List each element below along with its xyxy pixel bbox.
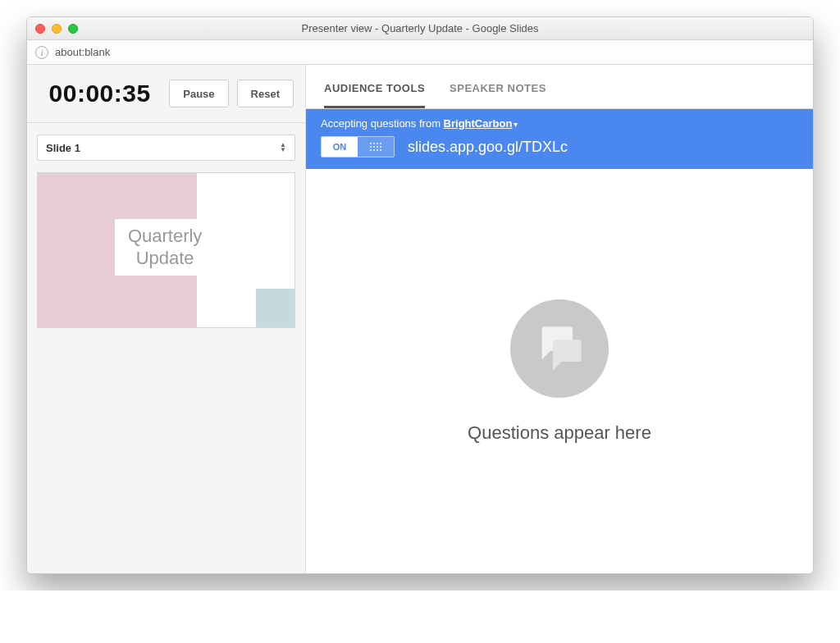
questions-area: Questions appear here — [306, 169, 813, 573]
current-slide-thumbnail[interactable]: Quarterly Update — [37, 172, 295, 328]
audience-banner: Accepting questions from BrightCarbon▾ O… — [306, 109, 813, 169]
thumbnail-title-line2: Update — [128, 248, 202, 269]
stepper-icon: ▲▼ — [280, 143, 286, 153]
accepting-line: Accepting questions from BrightCarbon▾ — [321, 117, 798, 130]
presentation-timer: 00:00:35 — [39, 80, 161, 107]
questions-share-url[interactable]: slides.app.goo.gl/TDXLc — [408, 139, 568, 156]
window-title: Presenter view - Quarterly Update - Goog… — [27, 22, 813, 34]
app-window: Presenter view - Quarterly Update - Goog… — [26, 16, 814, 574]
close-window-button[interactable] — [35, 24, 45, 34]
grid-icon — [370, 143, 381, 151]
main-content: 00:00:35 Pause Reset Slide 1 ▲▼ Quarterl… — [27, 65, 813, 573]
questions-toggle-on[interactable]: ON — [322, 137, 358, 157]
minimize-window-button[interactable] — [52, 24, 62, 34]
questions-toggle-off[interactable] — [358, 137, 394, 157]
thumbnail-title: Quarterly Update — [115, 219, 215, 276]
right-panel: AUDIENCE TOOLS SPEAKER NOTES Accepting q… — [306, 65, 813, 573]
titlebar: Presenter view - Quarterly Update - Goog… — [27, 17, 813, 40]
timer-row: 00:00:35 Pause Reset — [27, 65, 305, 123]
browser-address-bar[interactable]: i about:blank — [27, 40, 813, 65]
tab-audience-tools[interactable]: AUDIENCE TOOLS — [324, 82, 425, 108]
window-controls — [35, 24, 78, 34]
chat-bubbles-icon — [533, 322, 586, 375]
questions-empty-icon — [510, 299, 609, 398]
slide-selector-label: Slide 1 — [46, 142, 80, 154]
right-tabs: AUDIENCE TOOLS SPEAKER NOTES — [306, 65, 813, 109]
site-info-icon[interactable]: i — [35, 46, 48, 59]
slide-selector[interactable]: Slide 1 ▲▼ — [37, 135, 295, 161]
accepting-prefix: Accepting questions from — [321, 117, 441, 130]
url-text: about:blank — [55, 46, 110, 58]
left-panel: 00:00:35 Pause Reset Slide 1 ▲▼ Quarterl… — [27, 65, 306, 573]
banner-row2: ON slides.app.goo.gl/TDXLc — [321, 136, 798, 157]
questions-empty-text: Questions appear here — [468, 422, 651, 444]
reset-button[interactable]: Reset — [237, 80, 294, 107]
tab-speaker-notes[interactable]: SPEAKER NOTES — [450, 82, 546, 108]
questions-toggle: ON — [321, 136, 395, 157]
zoom-window-button[interactable] — [68, 24, 78, 34]
thumbnail-decor-blue — [256, 289, 294, 327]
pause-button[interactable]: Pause — [169, 80, 228, 107]
organization-link[interactable]: BrightCarbon — [444, 117, 513, 130]
thumbnail-title-line1: Quarterly — [128, 226, 202, 247]
organization-caret-icon[interactable]: ▾ — [514, 120, 518, 129]
slide-thumbnail-area: Quarterly Update — [37, 172, 295, 328]
